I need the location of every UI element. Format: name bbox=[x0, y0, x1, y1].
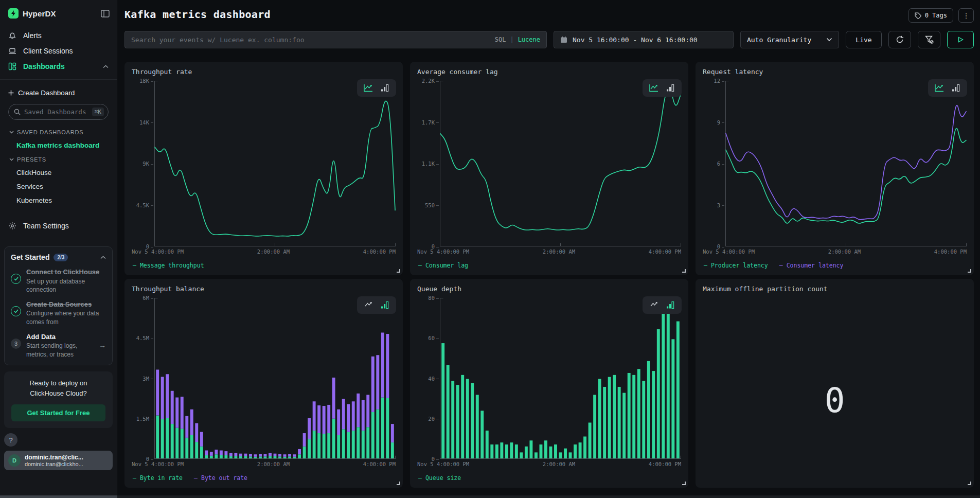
panel-resize-handle[interactable] bbox=[968, 482, 971, 485]
presets-header[interactable]: PRESETS bbox=[5, 152, 112, 166]
chevron-up-icon[interactable] bbox=[103, 65, 109, 68]
chart-panel-average-consumer-lag: Average consumer lag 2.2K1.7K1.1K5500 No… bbox=[410, 62, 688, 275]
scrollbar-thumb[interactable] bbox=[0, 495, 117, 498]
chevron-down-icon bbox=[9, 158, 14, 161]
legend-item[interactable]: —Byte in rate bbox=[133, 473, 183, 483]
date-range-picker[interactable]: Nov 5 16:00:00 - Nov 6 16:00:00 bbox=[554, 31, 734, 48]
step-title: Create Data Sources bbox=[26, 300, 106, 309]
dashboards-section: Create Dashboard ⌘K SAVED DASHBOARDS Kaf… bbox=[0, 80, 117, 207]
chart-title: Throughput rate bbox=[132, 68, 396, 76]
event-search-input[interactable] bbox=[131, 36, 490, 44]
chart-title: Throughput balance bbox=[132, 285, 396, 293]
search-icon bbox=[14, 109, 21, 115]
x-axis-labels: Nov 5 4:00:00 PM2:00:00 AM4:00:00 PM bbox=[703, 248, 967, 257]
chevron-up-icon[interactable] bbox=[100, 256, 106, 259]
sidebar-item-services[interactable]: Services bbox=[5, 180, 112, 193]
chart-panel-queue-depth: Queue depth 806040200 Nov 5 4:00:00 PM2:… bbox=[410, 279, 688, 488]
request-latency-chart[interactable] bbox=[725, 81, 967, 246]
bar-chart-toggle[interactable] bbox=[381, 84, 389, 92]
granularity-select[interactable]: Auto Granularity bbox=[740, 31, 839, 48]
step-number: 3 bbox=[11, 339, 21, 349]
x-axis-labels: Nov 5 4:00:00 PM2:00:00 AM4:00:00 PM bbox=[417, 461, 681, 469]
chart-legend: —Producer latency —Consumer latency bbox=[703, 261, 967, 270]
play-icon bbox=[958, 37, 964, 43]
tags-button[interactable]: 0 Tags bbox=[908, 8, 953, 23]
panel-resize-handle[interactable] bbox=[682, 269, 686, 273]
legend-dash-icon: — bbox=[133, 262, 136, 269]
panel-resize-handle[interactable] bbox=[682, 482, 686, 485]
step-desc: Set up your database connection bbox=[26, 277, 106, 294]
panel-resize-handle[interactable] bbox=[397, 482, 400, 485]
x-axis-labels: Nov 5 4:00:00 PM2:00:00 AM4:00:00 PM bbox=[132, 248, 396, 257]
bar-chart-toggle[interactable] bbox=[381, 301, 389, 309]
y-axis-labels: 6M4.5M3M1.5M0 bbox=[132, 298, 154, 459]
get-started-free-button[interactable]: Get Started for Free bbox=[11, 404, 105, 421]
check-icon bbox=[11, 274, 21, 284]
legend-dash-icon: — bbox=[418, 474, 422, 482]
line-chart-toggle[interactable] bbox=[649, 84, 659, 92]
line-chart-toggle[interactable] bbox=[935, 84, 945, 92]
bar-chart-toggle[interactable] bbox=[666, 301, 675, 309]
chart-legend: —Byte in rate —Byte out rate bbox=[132, 473, 396, 483]
step-add-data[interactable]: 3 Add Data Start sending logs, metrics, … bbox=[11, 332, 106, 359]
filter-button[interactable] bbox=[918, 31, 940, 48]
nav-dashboards[interactable]: Dashboards bbox=[0, 59, 117, 74]
average-consumer-lag-chart[interactable] bbox=[440, 81, 681, 246]
y-axis-labels: 129630 bbox=[703, 81, 725, 246]
step-connect-clickhouse[interactable]: Connect to ClickHouse Set up your databa… bbox=[11, 268, 106, 294]
x-axis-labels: Nov 5 4:00:00 PM2:00:00 AM4:00:00 PM bbox=[132, 461, 396, 469]
throughput-balance-chart[interactable] bbox=[154, 298, 396, 459]
panel-menu-button[interactable]: ⋮ bbox=[958, 8, 974, 23]
user-email: dominic.tran@clickho... bbox=[25, 461, 83, 467]
chart-panel-max-offline-partition-count: Maximum offline partition count 0 bbox=[696, 279, 974, 488]
panel-resize-handle[interactable] bbox=[968, 269, 971, 273]
run-query-button[interactable] bbox=[947, 31, 974, 48]
line-chart-toggle[interactable] bbox=[364, 84, 373, 92]
chart-legend: —Message throughput bbox=[132, 261, 396, 270]
sidebar-item-kafka-dashboard[interactable]: Kafka metrics dashboard bbox=[5, 138, 112, 152]
chart-legend: —Queue size bbox=[417, 473, 681, 483]
bar-chart-toggle[interactable] bbox=[666, 84, 675, 92]
create-dashboard-button[interactable]: Create Dashboard bbox=[5, 85, 112, 101]
saved-dashboards-header[interactable]: SAVED DASHBOARDS bbox=[5, 125, 112, 138]
legend-item[interactable]: —Consumer latency bbox=[779, 261, 844, 270]
bar-chart-toggle[interactable] bbox=[952, 84, 960, 92]
user-menu[interactable]: D dominic.tran@clic... dominic.tran@clic… bbox=[4, 451, 113, 470]
sidebar-item-kubernetes[interactable]: Kubernetes bbox=[5, 193, 112, 207]
chart-panel-request-latency: Request latency 129630 Nov 5 4:00:00 PM2… bbox=[696, 62, 974, 275]
nav-client-sessions[interactable]: Client Sessions bbox=[0, 43, 117, 59]
sidebar-item-clickhouse[interactable]: ClickHouse bbox=[5, 166, 112, 180]
arrow-right-icon: → bbox=[99, 341, 106, 349]
legend-item[interactable]: —Consumer lag bbox=[418, 261, 468, 270]
saved-dashboards-search-input[interactable] bbox=[24, 108, 88, 116]
refresh-button[interactable] bbox=[888, 31, 911, 48]
queue-depth-chart[interactable] bbox=[440, 298, 681, 459]
chart-type-toolbar bbox=[643, 79, 682, 97]
live-button[interactable]: Live bbox=[846, 31, 882, 48]
legend-item[interactable]: —Queue size bbox=[418, 473, 461, 483]
sidebar-collapse-icon[interactable] bbox=[101, 10, 110, 17]
panel-resize-handle[interactable] bbox=[397, 269, 400, 273]
horizontal-scrollbar[interactable] bbox=[0, 495, 980, 498]
team-settings-button[interactable]: Team Settings bbox=[0, 217, 117, 235]
legend-dash-icon: — bbox=[779, 262, 783, 269]
saved-dashboards-search[interactable]: ⌘K bbox=[8, 104, 109, 120]
step-create-data-sources[interactable]: Create Data Sources Configure where your… bbox=[11, 300, 106, 326]
line-chart-toggle[interactable] bbox=[649, 301, 659, 309]
nav-alerts[interactable]: Alerts bbox=[0, 28, 117, 43]
hyperdx-logo-icon bbox=[8, 8, 19, 19]
legend-item[interactable]: —Byte out rate bbox=[194, 473, 247, 483]
sql-mode-toggle[interactable]: SQL bbox=[495, 36, 506, 43]
legend-item[interactable]: —Message throughput bbox=[133, 261, 204, 270]
legend-dash-icon: — bbox=[133, 474, 136, 482]
line-chart-toggle[interactable] bbox=[364, 301, 373, 309]
get-started-title: Get Started bbox=[11, 253, 49, 261]
chevron-down-icon bbox=[9, 131, 14, 134]
tag-icon bbox=[915, 12, 921, 19]
legend-item[interactable]: —Producer latency bbox=[704, 261, 768, 270]
lucene-mode-toggle[interactable]: Lucene bbox=[518, 36, 540, 43]
help-button[interactable]: ? bbox=[4, 433, 17, 447]
logo-row: HyperDX bbox=[0, 0, 117, 25]
legend-dash-icon: — bbox=[194, 474, 198, 482]
throughput-rate-chart[interactable] bbox=[154, 81, 396, 246]
